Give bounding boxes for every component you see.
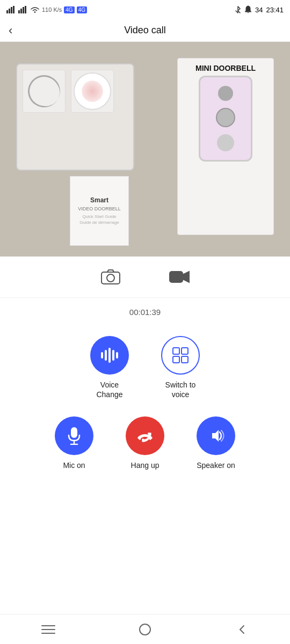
video-feed: Smart VIDEO DOORBELL Quick Start GuideGu… (0, 42, 290, 257)
actions-row-2: Mic on Hang up (55, 408, 235, 479)
switch-to-voice-circle (161, 336, 200, 375)
home-icon (139, 623, 151, 636)
screenshot-button[interactable] (98, 264, 124, 290)
home-nav-button[interactable] (129, 619, 161, 640)
menu-nav-button[interactable] (32, 619, 64, 640)
page-title: Video call (124, 25, 166, 36)
signal-icon-1 (6, 6, 16, 13)
svg-rect-20 (182, 356, 188, 363)
switch-icon (171, 346, 190, 364)
box-label: MINI DOORBELL (177, 58, 274, 235)
mic-icon (67, 427, 82, 445)
status-bar: 110 K/s 4G 4G 34 23:41 (0, 0, 290, 19)
svg-rect-18 (182, 348, 188, 354)
svg-rect-17 (173, 348, 179, 354)
box-tray (16, 63, 134, 171)
call-timer: 00:01:39 (0, 298, 290, 322)
svg-rect-3 (13, 6, 15, 13)
svg-rect-19 (173, 356, 179, 363)
wifi-icon (30, 6, 40, 13)
svg-rect-4 (18, 10, 20, 13)
mic-label: Mic on (63, 460, 85, 470)
camera-icon (101, 269, 120, 285)
speaker-icon (207, 427, 225, 445)
svg-rect-1 (9, 9, 10, 13)
speaker-button[interactable]: Speaker on (197, 416, 235, 470)
battery-level: 34 (255, 6, 263, 14)
voice-change-circle (90, 336, 129, 375)
back-button[interactable]: ‹ (9, 24, 12, 38)
svg-rect-15 (112, 350, 114, 361)
hang-up-circle (126, 416, 164, 455)
device-tray (71, 70, 114, 113)
svg-rect-12 (101, 352, 103, 358)
video-button[interactable] (166, 264, 192, 290)
manual-box: Smart VIDEO DOORBELL Quick Start GuideGu… (70, 176, 129, 246)
speaker-label: Speaker on (197, 460, 235, 470)
time-display: 23:41 (266, 6, 284, 14)
switch-to-voice-button[interactable]: Switch tovoice (161, 336, 200, 399)
svg-rect-21 (71, 427, 77, 438)
mic-circle (55, 416, 93, 455)
doorbell-scene: Smart VIDEO DOORBELL Quick Start GuideGu… (0, 42, 290, 257)
phone-icon (135, 428, 155, 443)
svg-point-28 (140, 624, 150, 635)
speaker-circle (197, 416, 235, 455)
hang-up-button[interactable]: Hang up (126, 416, 164, 470)
menu-icon (41, 625, 55, 634)
svg-rect-11 (170, 272, 183, 282)
camera-controls-bar (0, 257, 290, 298)
actions-row-1: VoiceChange Switch tovoice (90, 327, 200, 408)
svg-rect-5 (20, 9, 22, 13)
svg-rect-2 (11, 7, 12, 13)
header: ‹ Video call (0, 19, 290, 42)
svg-rect-14 (108, 348, 111, 363)
network-badge-1: 4G (64, 6, 74, 13)
waveform-icon (100, 348, 119, 363)
back-nav-icon (236, 624, 248, 635)
bluetooth-icon (235, 5, 241, 14)
back-nav-button[interactable] (226, 619, 258, 640)
voice-change-button[interactable]: VoiceChange (90, 336, 129, 399)
voice-change-label: VoiceChange (96, 380, 122, 399)
cable-tray (23, 70, 66, 113)
actions-grid: VoiceChange Switch tovoice (0, 322, 290, 490)
svg-point-10 (107, 274, 114, 282)
switch-to-voice-label: Switch tovoice (165, 380, 196, 399)
svg-rect-0 (6, 10, 8, 13)
svg-rect-7 (25, 6, 26, 13)
svg-point-8 (34, 11, 36, 13)
status-left: 110 K/s 4G 4G (6, 6, 87, 13)
hang-up-label: Hang up (131, 460, 160, 470)
svg-marker-24 (212, 430, 219, 442)
status-right: 34 23:41 (235, 5, 284, 14)
network-badge-2: 4G (77, 6, 87, 13)
svg-rect-16 (116, 352, 118, 358)
video-icon (169, 269, 190, 284)
mic-button[interactable]: Mic on (55, 416, 93, 470)
signal-icon-2 (18, 6, 28, 13)
doorbell-graphic (199, 76, 252, 162)
box-label-title: MINI DOORBELL (195, 64, 256, 72)
svg-rect-6 (23, 7, 24, 13)
notification-icon (244, 5, 252, 14)
svg-rect-13 (105, 350, 107, 361)
bottom-nav (0, 614, 290, 644)
speed-indicator: 110 K/s (42, 6, 62, 13)
